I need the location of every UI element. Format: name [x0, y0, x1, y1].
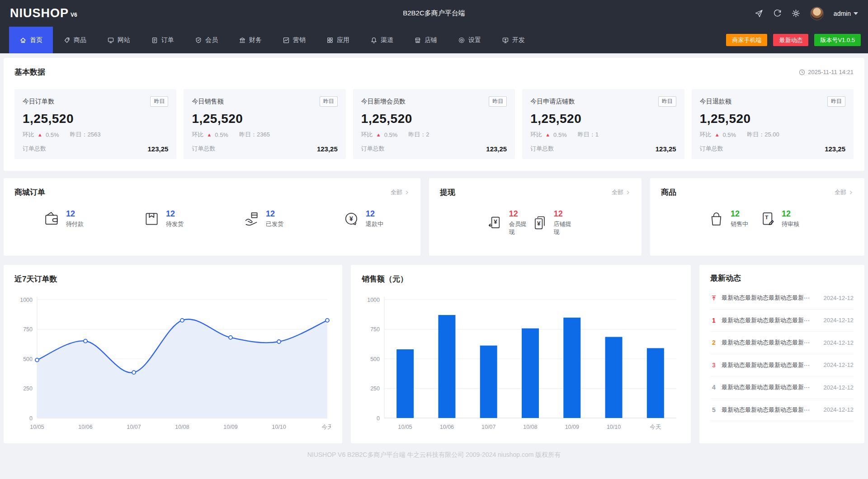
- news-rank: 2: [710, 339, 717, 346]
- nav-item-finance[interactable]: 财务: [228, 27, 272, 53]
- nav-item-member[interactable]: 会员: [184, 27, 228, 53]
- shop-icon: [414, 37, 421, 44]
- svg-text:750: 750: [370, 326, 380, 333]
- send-icon[interactable]: [755, 9, 763, 18]
- stat-value: 1,25,520: [361, 112, 507, 126]
- withdraw-all-link[interactable]: 全部: [612, 188, 631, 197]
- nav-item-marketing[interactable]: 营销: [272, 27, 316, 53]
- mall-orders-panel: 商城订单 全部 12 待付款: [4, 178, 420, 256]
- platform-title: B2B2C多商户平台端: [403, 9, 465, 18]
- nav-item-order[interactable]: 订单: [141, 27, 184, 53]
- svg-text:10/08: 10/08: [175, 424, 189, 430]
- yesterday-badge[interactable]: 昨日: [827, 96, 845, 107]
- news-item[interactable]: 5 最新动态最新动态最新动态最新··· 2024-12-12: [710, 399, 854, 422]
- chevron-right-icon: [848, 190, 854, 195]
- yesterday-badge[interactable]: 昨日: [489, 96, 507, 107]
- nav-item-website[interactable]: 网站: [97, 27, 141, 53]
- clock-icon: [799, 69, 805, 75]
- news-rank: 1: [710, 317, 717, 324]
- stat-card-sales-today: 今日销售额 昨日 1,25,520 环比▲0.5% 昨日：2365 订单总数 1…: [184, 89, 345, 159]
- svg-text:10/05: 10/05: [30, 424, 44, 430]
- orders-all-link[interactable]: 全部: [391, 188, 410, 197]
- main-nav: 首页 商品 网站 订单 会员 财务 营销 应用 渠道 店铺 设置 开发: [0, 27, 868, 53]
- svg-text:10/06: 10/06: [78, 424, 92, 430]
- order-icon: [151, 37, 158, 44]
- svg-text:¥: ¥: [494, 218, 497, 225]
- merchant-mobile-button[interactable]: 商家手机端: [726, 34, 767, 46]
- home-icon: [19, 37, 27, 44]
- up-triangle-icon: ▲: [376, 132, 381, 137]
- goods-all-link[interactable]: 全部: [835, 188, 854, 197]
- svg-text:¥: ¥: [349, 215, 353, 222]
- wallet-icon: [43, 211, 60, 227]
- nav-item-dev[interactable]: 开发: [491, 27, 535, 53]
- apps-icon: [326, 37, 334, 44]
- shipped-icon: [243, 211, 260, 227]
- news-item[interactable]: 2 最新动态最新动态最新动态最新··· 2024-12-12: [710, 332, 854, 354]
- pin-top-icon: [711, 295, 717, 301]
- svg-text:250: 250: [370, 385, 380, 392]
- website-icon: [107, 37, 114, 44]
- version-button[interactable]: 版本号V1.0.5: [814, 34, 861, 46]
- news-item[interactable]: 最新动态最新动态最新动态最新··· 2024-12-12: [710, 287, 854, 310]
- chevron-right-icon: [625, 190, 631, 195]
- nav-item-home[interactable]: 首页: [9, 27, 53, 53]
- nav-item-channel[interactable]: 渠道: [360, 27, 404, 53]
- yesterday-badge[interactable]: 昨日: [658, 96, 676, 107]
- orders-pending-shipment[interactable]: 12 待发货: [143, 209, 184, 228]
- stat-value: 1,25,520: [530, 112, 676, 126]
- stat-value: 1,25,520: [192, 112, 337, 126]
- refresh-icon[interactable]: [773, 9, 782, 18]
- chevron-right-icon: [404, 190, 410, 195]
- top-header-bar: NIUSHOP V6 B2B2C多商户平台端 admin: [0, 0, 868, 27]
- nav-item-goods[interactable]: 商品: [53, 27, 97, 53]
- member-withdraw[interactable]: ¥ 12 会员提现: [487, 209, 532, 236]
- orders-pending-payment[interactable]: 12 待付款: [43, 209, 84, 228]
- stat-card-refunds-today: 今日退款额 昨日 1,25,520 环比▲0.5% 昨日：25.00 订单总数 …: [692, 89, 854, 159]
- up-triangle-icon: ▲: [545, 132, 550, 137]
- yesterday-badge[interactable]: 昨日: [150, 96, 168, 107]
- sales-bar-chart: 0250500750100010/0510/0610/0710/0810/091…: [362, 290, 680, 435]
- goods-icon: [63, 37, 71, 44]
- bar-chart-title: 销售额（元）: [362, 274, 680, 284]
- svg-text:10/09: 10/09: [565, 424, 579, 430]
- nav-item-apps[interactable]: 应用: [316, 27, 360, 53]
- user-avatar[interactable]: [810, 7, 824, 20]
- goods-on-sale[interactable]: 12 销售中: [708, 209, 748, 228]
- chevron-down-icon: [854, 12, 858, 15]
- basic-data-title: 基本数据: [14, 67, 45, 77]
- shop-withdraw[interactable]: ¥ 12 店铺提现: [532, 209, 576, 236]
- orders-refunding[interactable]: ¥ 12 退款中: [343, 209, 383, 228]
- gear-icon[interactable]: [792, 9, 800, 18]
- nav-item-shop[interactable]: 店铺: [404, 27, 448, 53]
- shop-withdraw-icon: ¥: [532, 215, 548, 231]
- svg-text:500: 500: [23, 356, 33, 362]
- dev-icon: [502, 37, 509, 44]
- orders-7day-chart-panel: 近7天订单数 0250500750100010/0510/0610/0710/0…: [4, 265, 342, 443]
- user-menu[interactable]: admin: [834, 10, 858, 17]
- svg-text:10/07: 10/07: [481, 424, 495, 430]
- up-triangle-icon: ▲: [207, 132, 212, 137]
- news-item[interactable]: 4 最新动态最新动态最新动态最新··· 2024-12-12: [710, 376, 854, 399]
- svg-text:今天: 今天: [650, 424, 661, 430]
- username: admin: [834, 10, 851, 17]
- news-item[interactable]: 3 最新动态最新动态最新动态最新··· 2024-12-12: [710, 354, 854, 377]
- stat-card-orders-today: 今日订单数 昨日 1,25,520 环比▲0.5% 昨日：2563 订单总数 1…: [14, 89, 176, 159]
- member-icon: [195, 37, 202, 44]
- orders-shipped[interactable]: 12 已发货: [243, 209, 283, 228]
- copyright-footer: NIUSHOP V6 B2B2C多商户平台端 牛之云科技有限公司 2009-20…: [4, 443, 864, 459]
- news-item[interactable]: 1 最新动态最新动态最新动态最新··· 2024-12-12: [710, 310, 854, 332]
- svg-text:1000: 1000: [367, 297, 380, 303]
- svg-text:10/10: 10/10: [272, 424, 286, 430]
- svg-text:¥: ¥: [537, 220, 541, 226]
- nav-item-settings[interactable]: 设置: [448, 27, 491, 53]
- goods-pending-review[interactable]: T 12 待审核: [759, 209, 799, 228]
- yesterday-badge[interactable]: 昨日: [320, 96, 338, 107]
- latest-news-button[interactable]: 最新动态: [773, 34, 808, 46]
- withdraw-panel: 提现 全部 ¥ 12 会员提现: [429, 178, 642, 256]
- latest-news-panel: 最新动态 最新动态最新动态最新动态最新··· 2024-12-12 1 最新动态…: [699, 265, 864, 443]
- package-icon: [143, 211, 160, 227]
- svg-text:今天: 今天: [322, 424, 331, 430]
- channel-icon: [370, 37, 377, 44]
- app-logo[interactable]: NIUSHOP V6: [10, 6, 77, 20]
